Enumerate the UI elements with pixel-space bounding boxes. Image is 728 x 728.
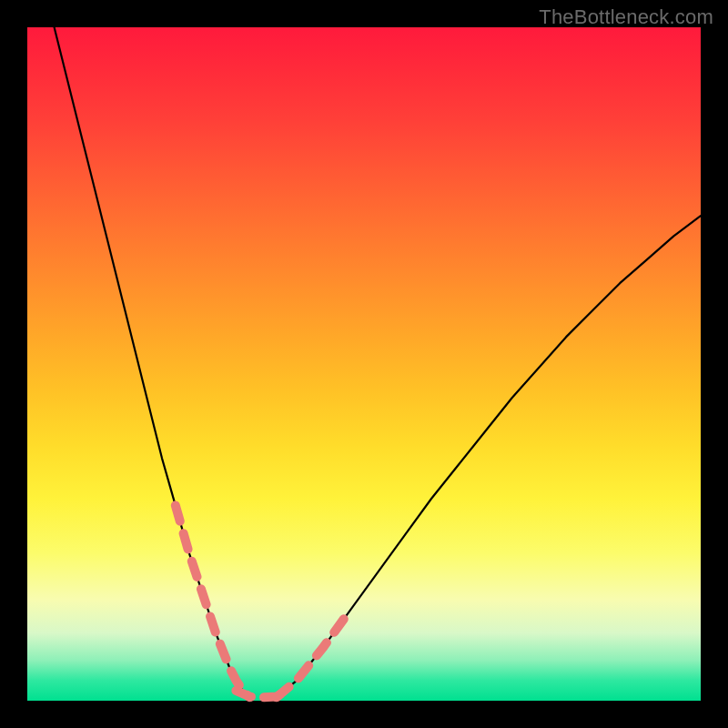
chart-series-group: [55, 27, 701, 697]
series-left-curve: [55, 27, 250, 697]
watermark-text: TheBottleneck.com: [539, 5, 713, 29]
chart-svg: [27, 27, 701, 701]
series-left-dashes: [176, 505, 249, 697]
chart-plot-area: [27, 27, 701, 701]
series-right-dashes: [277, 610, 350, 697]
